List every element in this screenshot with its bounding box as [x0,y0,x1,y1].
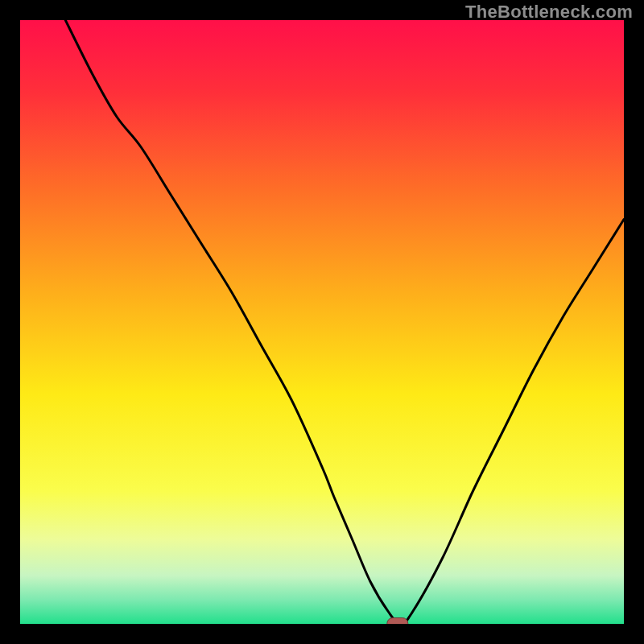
minimum-marker [387,618,408,625]
chart-frame: TheBottleneck.com [0,0,644,644]
bottleneck-chart [20,20,624,624]
gradient-background [20,20,624,624]
